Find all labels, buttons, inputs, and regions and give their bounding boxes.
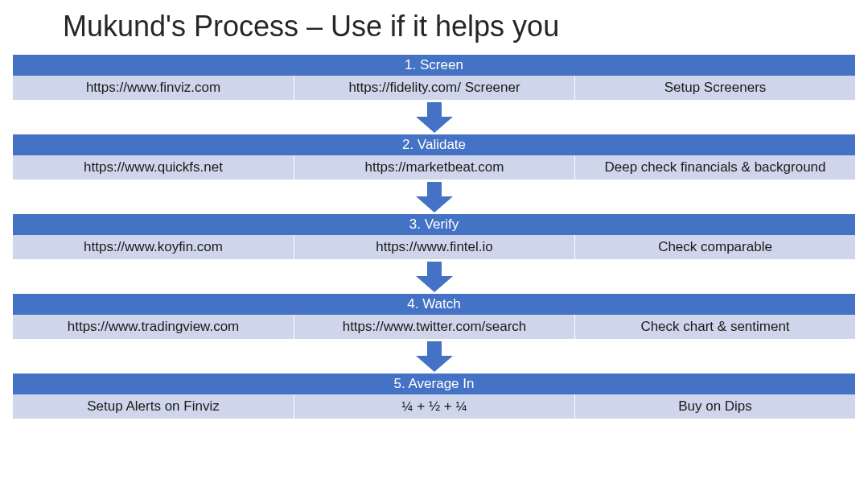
- cell-validate-1: https://marketbeat.com: [294, 155, 574, 180]
- step-row-verify: https://www.koyfin.com https://www.finte…: [13, 235, 855, 259]
- arrow-gap-4: [13, 339, 855, 374]
- svg-marker-3: [416, 341, 453, 372]
- step-row-watch: https://www.tradingview.com https://www.…: [13, 315, 855, 339]
- arrow-down-icon: [416, 102, 453, 133]
- arrow-down-icon: [416, 182, 453, 213]
- svg-marker-1: [416, 182, 453, 213]
- slide: Mukund's Process – Use if it helps you 1…: [0, 0, 868, 487]
- cell-average-0: Setup Alerts on Finviz: [13, 394, 294, 419]
- cell-average-2: Buy on Dips: [574, 394, 855, 419]
- step-header-validate: 2. Validate: [13, 134, 855, 155]
- arrow-down-icon: [416, 341, 453, 372]
- cell-watch-0: https://www.tradingview.com: [13, 315, 294, 339]
- svg-marker-2: [416, 262, 453, 292]
- arrow-down-icon: [416, 262, 453, 292]
- step-header-verify: 3. Verify: [13, 214, 855, 235]
- arrow-gap-2: [13, 180, 855, 214]
- step-header-watch: 4. Watch: [13, 294, 855, 315]
- svg-marker-0: [416, 102, 453, 133]
- cell-screen-2: Setup Screeners: [574, 76, 855, 100]
- cell-verify-0: https://www.koyfin.com: [13, 235, 294, 259]
- cell-watch-1: https://www.twitter.com/search: [294, 315, 574, 339]
- cell-screen-0: https://www.finviz.com: [13, 76, 294, 100]
- cell-validate-2: Deep check financials & background: [574, 155, 855, 180]
- step-header-average-in: 5. Average In: [13, 374, 855, 394]
- cell-validate-0: https://www.quickfs.net: [13, 155, 294, 180]
- cell-watch-2: Check chart & sentiment: [574, 315, 855, 339]
- cell-verify-2: Check comparable: [574, 235, 855, 259]
- step-row-validate: https://www.quickfs.net https://marketbe…: [13, 155, 855, 180]
- step-row-average-in: Setup Alerts on Finviz ¼ + ½ + ¼ Buy on …: [13, 394, 855, 419]
- page-title: Mukund's Process – Use if it helps you: [63, 10, 855, 43]
- arrow-gap-1: [13, 100, 855, 134]
- cell-verify-1: https://www.fintel.io: [294, 235, 574, 259]
- step-header-screen: 1. Screen: [13, 55, 855, 76]
- cell-screen-1: https://fidelity.com/ Screener: [294, 76, 574, 100]
- arrow-gap-3: [13, 259, 855, 294]
- step-row-screen: https://www.finviz.com https://fidelity.…: [13, 76, 855, 100]
- cell-average-1: ¼ + ½ + ¼: [294, 394, 574, 419]
